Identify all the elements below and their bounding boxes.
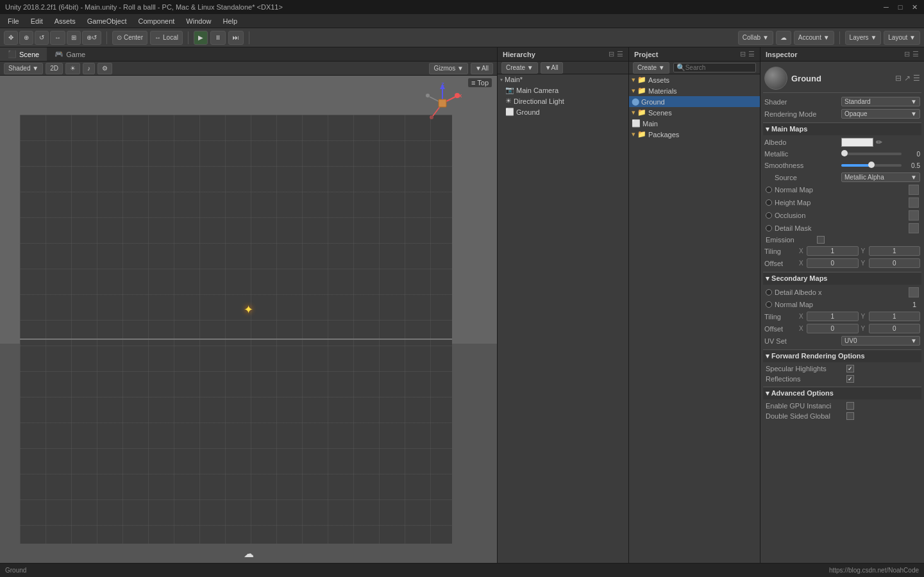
project-item-packages[interactable]: ▾ 📁 Packages: [629, 129, 760, 140]
hierarchy-all-button[interactable]: ▼All: [541, 62, 563, 74]
material-icon-3[interactable]: ☰: [913, 74, 920, 83]
tiling-x-input[interactable]: 1: [807, 246, 859, 256]
menu-edit[interactable]: Edit: [26, 16, 48, 26]
smoothness-slider-track[interactable]: [841, 164, 902, 167]
toolbar-separator-2: [188, 31, 189, 44]
svg-rect-8: [439, 99, 446, 107]
menu-component[interactable]: Component: [133, 16, 180, 26]
project-item-main-scene[interactable]: ⬜ Main: [629, 118, 760, 129]
smoothness-slider-thumb[interactable]: [868, 162, 875, 168]
lighting-button[interactable]: ☀: [65, 63, 80, 74]
account-button[interactable]: Account ▼: [794, 31, 834, 45]
project-create-button[interactable]: Create ▼: [633, 62, 669, 74]
pivot-local-button[interactable]: ↔ Local: [150, 31, 183, 45]
inspector-lock-icon[interactable]: ⊟: [904, 50, 910, 58]
hierarchy-lock-icon[interactable]: ⊟: [609, 50, 614, 58]
toolbar-separator-1: [106, 31, 107, 44]
normal-map-thumb[interactable]: [909, 185, 919, 195]
tiling-y-input[interactable]: 1: [869, 246, 921, 256]
reflections-checkbox[interactable]: [846, 375, 854, 383]
offset-y-input[interactable]: 0: [869, 258, 921, 268]
hierarchy-create-button[interactable]: Create ▼: [501, 62, 538, 74]
detail-albedo-thumb[interactable]: [909, 287, 919, 297]
metallic-slider-track[interactable]: [841, 153, 902, 155]
scale-tool[interactable]: ↔: [50, 31, 65, 45]
offset-x-input[interactable]: 0: [807, 258, 859, 268]
close-button[interactable]: ✕: [910, 3, 919, 12]
minimize-button[interactable]: ─: [882, 3, 891, 12]
transform-tool[interactable]: ⊕↺: [82, 31, 101, 45]
material-icon-2[interactable]: ↗: [904, 74, 911, 83]
secondary-offset-y-input[interactable]: 0: [869, 324, 921, 333]
2d-button[interactable]: 2D: [46, 63, 63, 74]
smoothness-value: 0.5: [904, 162, 920, 169]
menu-assets[interactable]: Assets: [49, 16, 81, 26]
viewport-top-label[interactable]: ≡ Top: [468, 78, 492, 87]
pause-button[interactable]: ⏸: [210, 31, 226, 45]
gizmos-dropdown[interactable]: Gizmos ▼: [429, 63, 468, 74]
packages-folder-icon: 📁: [637, 130, 646, 138]
rotate-tool[interactable]: ↺: [35, 31, 49, 45]
uv-set-dropdown[interactable]: UV0 ▼: [841, 336, 920, 346]
menu-file[interactable]: File: [3, 16, 24, 26]
hierarchy-item-main[interactable]: ▾ Main*: [498, 74, 628, 85]
effects-button[interactable]: ⚙: [97, 63, 112, 74]
main-camera-label: Main Camera: [516, 87, 559, 94]
project-item-assets[interactable]: ▾ 📁 Assets: [629, 74, 760, 85]
secondary-tiling-y-input[interactable]: 1: [869, 312, 921, 321]
audio-button[interactable]: ♪: [83, 63, 95, 74]
albedo-pencil-icon[interactable]: ✏: [876, 138, 882, 147]
step-button[interactable]: ⏭: [228, 31, 244, 45]
hierarchy-item-main-camera[interactable]: 📷 Main Camera: [498, 85, 628, 96]
scene-viewport[interactable]: Z X ≡ Top ✦ ☁: [0, 76, 497, 563]
project-menu-icon[interactable]: ☰: [748, 50, 755, 58]
detail-mask-label: Detail Mask: [775, 224, 909, 232]
rect-tool[interactable]: ⊞: [67, 31, 81, 45]
layout-button[interactable]: Layout ▼: [884, 31, 920, 45]
tab-game[interactable]: 🎮 Game: [47, 47, 93, 61]
project-item-materials[interactable]: ▾ 📁 Materials: [629, 85, 760, 96]
secondary-tiling-x-input[interactable]: 1: [807, 312, 859, 321]
project-item-scenes[interactable]: ▾ 📁 Scenes: [629, 107, 760, 118]
collab-button[interactable]: Collab ▼: [738, 31, 773, 45]
rendering-mode-dropdown[interactable]: Opaque ▼: [841, 109, 920, 119]
shaded-dropdown[interactable]: Shaded ▼: [4, 63, 43, 74]
project-search-input[interactable]: [685, 64, 737, 71]
project-lock-icon[interactable]: ⊟: [740, 50, 746, 58]
source-dropdown[interactable]: Metallic Alpha ▼: [841, 172, 920, 182]
height-map-circle: [766, 199, 772, 206]
layers-button[interactable]: Layers ▼: [845, 31, 882, 45]
secondary-offset-x-input[interactable]: 0: [807, 324, 859, 333]
hierarchy-item-ground[interactable]: ⬜ Ground: [498, 106, 628, 117]
menu-help[interactable]: Help: [217, 16, 242, 26]
double-sided-checkbox[interactable]: [846, 412, 854, 420]
inspector-menu-icon[interactable]: ☰: [912, 50, 919, 58]
emission-checkbox[interactable]: [817, 236, 825, 244]
metallic-slider-thumb[interactable]: [841, 150, 848, 156]
move-tool[interactable]: ⊕: [19, 31, 33, 45]
packages-label: Packages: [648, 131, 679, 138]
all-dropdown[interactable]: ▼All: [471, 63, 493, 74]
tab-scene[interactable]: ⬛ Scene: [0, 47, 47, 61]
detail-albedo-row: Detail Albedo x: [763, 286, 921, 299]
hierarchy-menu-icon[interactable]: ☰: [617, 50, 623, 58]
project-panel: Project ⊟ ☰ Create ▼ 🔍 ▾ 📁 Assets: [629, 47, 760, 563]
occlusion-thumb[interactable]: [909, 210, 919, 221]
shader-dropdown[interactable]: Standard ▼: [841, 97, 920, 106]
maximize-button[interactable]: □: [896, 3, 905, 12]
hierarchy-item-directional-light[interactable]: ☀ Directional Light: [498, 96, 628, 106]
material-icon-1[interactable]: ⊟: [895, 74, 902, 83]
sun-gizmo[interactable]: ✦: [244, 303, 253, 317]
albedo-color-swatch[interactable]: [841, 138, 873, 147]
height-map-thumb[interactable]: [909, 197, 919, 208]
pivot-center-button[interactable]: ⊙ Center: [112, 31, 147, 45]
menu-window[interactable]: Window: [181, 16, 216, 26]
specular-checkbox[interactable]: [846, 365, 854, 372]
cloud-button[interactable]: ☁: [776, 31, 791, 45]
project-item-ground-material[interactable]: ⬤ Ground: [629, 96, 760, 107]
hand-tool[interactable]: ✥: [4, 31, 18, 45]
play-button[interactable]: ▶: [194, 31, 208, 45]
gpu-instancing-checkbox[interactable]: [846, 402, 854, 410]
detail-mask-thumb[interactable]: [909, 223, 919, 233]
menu-gameobject[interactable]: GameObject: [82, 16, 132, 26]
